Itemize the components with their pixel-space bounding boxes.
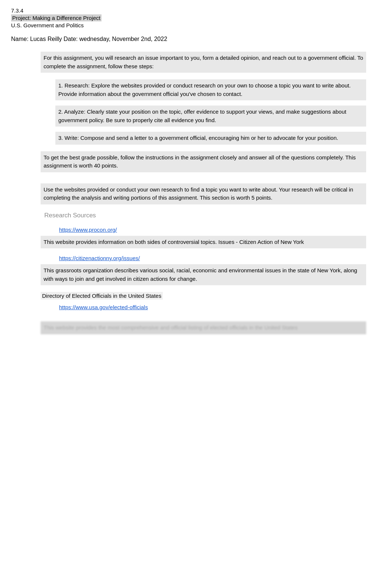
research-intro: Use the websites provided or conduct you… (41, 183, 366, 204)
step-2: 2. Analyze: Clearly state your position … (55, 106, 366, 127)
source-block-2: https://citizenactionny.org/issues/ This… (41, 255, 366, 285)
steps-container: 1. Research: Explore the websites provid… (41, 79, 366, 145)
header-section: 7.3.4 Project: Making a Difference Proje… (11, 7, 381, 28)
step-1: 1. Research: Explore the websites provid… (55, 79, 366, 100)
blurred-text: This website provides the most comprehen… (41, 321, 366, 334)
step-3: 3. Write: Compose and send a letter to a… (55, 132, 366, 145)
intro-paragraph: For this assignment, you will research a… (41, 52, 366, 73)
source-link-1[interactable]: https://www.procon.org/ (41, 227, 366, 233)
source-description-2: This grassroots organization describes v… (41, 264, 366, 285)
directory-link[interactable]: https://www.usa.gov/elected-officials (41, 304, 366, 310)
subject-label: U.S. Government and Politics (11, 22, 381, 28)
main-content: For this assignment, you will research a… (11, 52, 381, 334)
sources-section: Research Sources https://www.procon.org/… (41, 212, 366, 311)
directory-label: Directory of Elected Officials in the Un… (41, 292, 163, 300)
project-label: Project: Making a Difference Project (11, 14, 102, 21)
directory-section: Directory of Elected Officials in the Un… (41, 292, 366, 310)
source-block-1: https://www.procon.org/ This website pro… (41, 227, 366, 249)
version-label: 7.3.4 (11, 7, 381, 14)
name-date-row: Name: Lucas Reilly Date: wednesday, Nove… (11, 36, 381, 42)
source-description-1: This website provides information on bot… (41, 236, 366, 249)
closing-paragraph: To get the best grade possible, follow t… (41, 151, 366, 172)
source-link-2[interactable]: https://citizenactionny.org/issues/ (41, 255, 366, 261)
research-sources-heading: Research Sources (41, 212, 366, 219)
